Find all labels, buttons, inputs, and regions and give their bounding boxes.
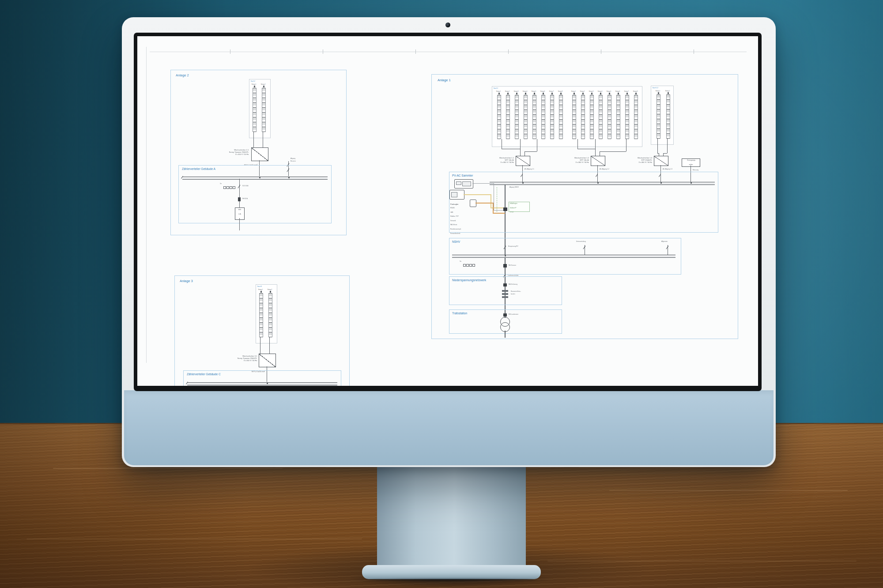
sheet-tick <box>601 49 601 54</box>
sheet-frame-left <box>146 47 147 363</box>
dc-glyph: = <box>655 156 657 158</box>
anlage1-field2-title: Dach 1.2 <box>653 87 658 89</box>
busbar <box>182 177 328 180</box>
string-label: String 4 <box>598 90 602 92</box>
inverter-symbol: =~ <box>591 156 605 166</box>
trafo-title: Trafostation <box>452 312 467 315</box>
anlage3-box: Anlage 3 Dach 3 String 1 String 2 =~ Wec… <box>174 275 350 386</box>
meter-text: Z-A <box>238 213 242 215</box>
pv-module-chain <box>515 95 519 139</box>
inverter-label-line: 3 x 400 V / 50 Hz <box>499 161 514 163</box>
sheet-tick <box>415 49 416 54</box>
dc-wire <box>263 132 263 147</box>
string-label: String 1 <box>252 83 256 85</box>
scene: Anlage 2 Dach 2 String 1 String 2 =~ Wec… <box>0 0 883 588</box>
pv-module-chain <box>625 95 629 139</box>
controller-line: RS485 <box>450 207 461 209</box>
controller-line: LAN <box>450 211 461 213</box>
ac-glyph: ~ <box>666 163 667 166</box>
meter-symbols <box>223 183 236 191</box>
inverter-symbol: =~ <box>251 147 268 161</box>
ct-sensor <box>503 207 507 211</box>
controller-device <box>449 190 464 200</box>
pv-string: String 3 <box>514 90 518 141</box>
signal-wire <box>494 183 494 210</box>
string-label: String 7 <box>624 90 629 92</box>
dc-glyph: = <box>592 156 593 158</box>
dc-wire <box>663 153 667 154</box>
pv-module-chain <box>634 95 638 139</box>
pvac-box: PV-AC Sammler Abgang NSHV Parkregler RS4… <box>449 172 718 233</box>
pv-module-chain <box>532 95 536 139</box>
inverter-symbol: =~ <box>259 354 276 367</box>
string-label: String 2 <box>505 90 509 92</box>
sheet-border-line <box>150 52 747 52</box>
inverter-label-line: 3 x 400 V / 50 Hz <box>574 161 589 163</box>
junction <box>288 177 290 178</box>
pv-module-chain <box>506 95 510 139</box>
nshv-title: NSHV <box>452 240 460 243</box>
inverter-label-line: 3 x 400 V / 50 Hz <box>229 153 249 155</box>
hak-stack <box>502 296 508 298</box>
zaehlerverteiler-a-box: Zählerverteiler Gebäude A SLS 63 A NH 63… <box>178 165 332 223</box>
pv-string: String 1 <box>497 90 500 141</box>
meter-count: 1x <box>220 183 222 185</box>
string-label: String 3 <box>514 90 518 92</box>
ac-glyph: ~ <box>273 365 275 367</box>
meter-count: 1x <box>460 260 461 262</box>
controller-heading: Parkregler <box>450 203 458 205</box>
anlage1-string-field: Dach 1 String 1 String 2 String 3 String… <box>492 86 642 147</box>
switch-label: SLS 63 A <box>242 185 248 187</box>
junction <box>660 182 662 184</box>
pv-string: String 3 <box>589 90 593 141</box>
meter-text: kWh <box>238 209 242 211</box>
pv-string: String 2 <box>506 90 509 141</box>
dc-wire <box>525 151 525 156</box>
dc-wire <box>260 337 260 354</box>
string-label: String 1 <box>496 90 501 92</box>
anlage1-title: Anlage 1 <box>438 78 451 82</box>
anlage1-string-field-2: Dach 1.2 String 1 String 2 <box>651 86 674 145</box>
string-label: String 4 <box>523 90 527 92</box>
pv-module-chain <box>599 95 603 139</box>
string-group-1: String 1 String 2 String 3 String 4 Stri… <box>497 90 562 141</box>
meter-feeder-label: Messung <box>693 169 698 171</box>
junction <box>267 383 268 384</box>
note-lines: EZA-ReglerSollwert Pcos φ <box>510 203 528 215</box>
junction <box>259 177 260 178</box>
string-label: String 2 <box>268 289 272 290</box>
inverter-symbol: =~ <box>654 156 668 166</box>
busbar <box>452 255 675 258</box>
signal-wire-orange <box>475 203 493 204</box>
pv-module-chain <box>262 88 266 132</box>
pv-module-chain <box>572 95 576 139</box>
imac-stand-base <box>362 565 541 579</box>
dc-wire <box>626 139 626 151</box>
fuse-label: HA-Sicherung <box>509 283 517 285</box>
inverter-label: Wechselrichter 1.2STP 110-603 x 400 V / … <box>574 157 589 163</box>
pv-string: String 1 <box>656 90 660 140</box>
dc-wire <box>657 139 658 153</box>
device-slot <box>456 181 461 185</box>
controller-lines: RS485LANModbus TCPSensorikNA-SchutzRunds… <box>450 207 477 237</box>
device-slot <box>462 181 471 186</box>
inverter-label: Wechselrichter 2.1Sunny Tripower 25000TL… <box>229 149 249 155</box>
signal-wire-orange <box>493 213 505 214</box>
anlage1-field-title: Dach 1 <box>494 87 498 89</box>
pv-string: String 1 <box>252 83 256 134</box>
inverter-label-line: 3 x 400 V / 50 Hz <box>638 161 652 163</box>
measurement-dashed-line <box>497 187 497 212</box>
controller-line: Rundsteuerempf. <box>450 228 461 230</box>
pvac-title: PV-AC Sammler <box>452 174 473 177</box>
fuse-label: NH 63 A <box>242 198 248 200</box>
feeder-label: AC-Abgang 1.2 <box>600 168 609 170</box>
pv-module-chain <box>253 88 257 132</box>
string-label: String 2 <box>665 90 670 91</box>
dc-glyph: = <box>517 156 518 158</box>
sheet-tick <box>230 49 230 54</box>
junction <box>505 255 506 256</box>
anlage2-box: Anlage 2 Dach 2 String 1 String 2 =~ Wec… <box>170 70 347 235</box>
signal-wire-yellow <box>491 194 491 207</box>
pv-string: String 8 <box>634 90 637 141</box>
pv-string: String 2 <box>261 83 265 134</box>
